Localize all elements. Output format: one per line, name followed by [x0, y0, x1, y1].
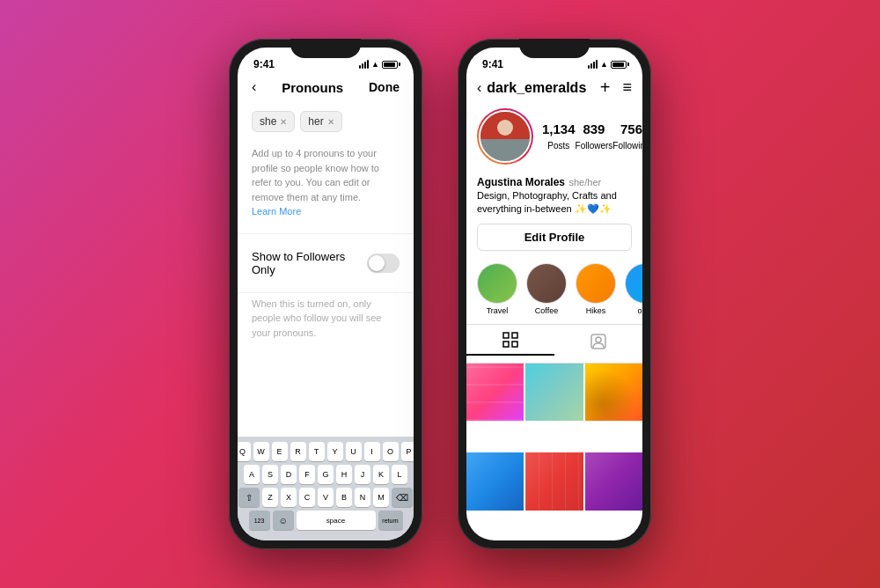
highlight-circle-omv — [625, 263, 642, 304]
stat-followers[interactable]: 839 Followers — [576, 121, 613, 152]
key-y[interactable]: Y — [327, 442, 343, 461]
divider-1 — [238, 233, 414, 234]
tag-label-her: her — [308, 115, 323, 128]
done-button[interactable]: Done — [369, 80, 400, 94]
wifi-icon: ▲ — [371, 60, 379, 69]
key-a[interactable]: A — [244, 465, 260, 484]
avatar-ring — [477, 108, 533, 165]
notch-2 — [519, 39, 590, 58]
key-m[interactable]: M — [373, 488, 389, 507]
grid-icon — [502, 332, 518, 352]
key-space[interactable]: space — [297, 511, 376, 530]
key-emoji[interactable]: ☺ — [273, 511, 294, 530]
notch — [290, 39, 361, 58]
tab-grid[interactable] — [466, 332, 554, 356]
key-n[interactable]: N — [355, 488, 370, 507]
posts-label: Posts — [547, 141, 569, 151]
back-button[interactable]: ‹ — [252, 79, 256, 95]
remove-she-icon[interactable]: ✕ — [280, 117, 287, 127]
story-highlights: Travel Coffee Hikes omv C — [466, 260, 642, 324]
battery-icon — [382, 61, 398, 69]
toggle-label: Show to Followers Only — [252, 250, 367, 276]
key-return[interactable]: return — [378, 511, 403, 530]
key-i[interactable]: I — [364, 442, 380, 461]
ig-add-button[interactable]: + — [600, 77, 611, 98]
following-label: Following — [612, 141, 642, 151]
key-123[interactable]: 123 — [249, 511, 270, 530]
key-r[interactable]: R — [290, 442, 306, 461]
svg-rect-2 — [503, 342, 509, 347]
pronoun-tag-her[interactable]: her ✕ — [300, 111, 341, 132]
grid-cell-4[interactable] — [466, 452, 524, 510]
bio-pronouns: she/her — [568, 177, 601, 187]
pronouns-description: Add up to 4 pronouns to your profile so … — [238, 139, 414, 230]
status-icons-1: ▲ — [359, 60, 398, 69]
grid-cell-1[interactable] — [466, 364, 524, 421]
key-shift[interactable]: ⇧ — [238, 488, 260, 507]
key-k[interactable]: K — [373, 465, 389, 484]
bio-text: Design, Photography, Crafts and everythi… — [477, 189, 632, 217]
edit-profile-button[interactable]: Edit Profile — [477, 224, 632, 251]
ig-profile-row: 1,134 Posts 839 Followers 756 Following — [466, 105, 642, 173]
toggle-description: When this is turned on, only people who … — [238, 297, 414, 351]
grid-cell-6[interactable] — [585, 452, 642, 510]
key-u[interactable]: U — [346, 442, 362, 461]
highlight-travel[interactable]: Travel — [477, 263, 517, 315]
key-o[interactable]: O — [383, 442, 399, 461]
toggle-switch[interactable] — [367, 254, 400, 273]
highlight-coffee[interactable]: Coffee — [526, 263, 567, 315]
posts-count: 1,134 — [542, 121, 576, 136]
avatar[interactable] — [479, 110, 532, 163]
highlight-omv[interactable]: omv — [625, 263, 642, 315]
remove-her-icon[interactable]: ✕ — [327, 117, 334, 127]
key-l[interactable]: L — [392, 465, 407, 484]
keyboard-row-2: A S D F G H J K L — [241, 465, 410, 484]
key-w[interactable]: W — [253, 442, 269, 461]
key-c[interactable]: C — [299, 488, 315, 507]
key-g[interactable]: G — [318, 465, 334, 484]
signal-icon — [359, 60, 369, 69]
profile-bio: Agustina Morales she/her Design, Photogr… — [466, 173, 642, 224]
grid-cell-5[interactable] — [525, 452, 583, 510]
pronoun-tag-she[interactable]: she ✕ — [252, 111, 295, 132]
highlight-label-omv: omv — [625, 306, 642, 315]
grid-cell-3[interactable] — [585, 364, 642, 421]
highlight-hikes[interactable]: Hikes — [576, 263, 616, 315]
learn-more-link[interactable]: Learn More — [252, 206, 301, 217]
key-x[interactable]: X — [281, 488, 297, 507]
key-t[interactable]: T — [309, 442, 325, 461]
svg-rect-3 — [512, 342, 517, 347]
key-p[interactable]: P — [401, 442, 414, 461]
keyboard-row-4: 123 ☺ space return — [241, 511, 410, 530]
key-e[interactable]: E — [272, 442, 288, 461]
key-h[interactable]: H — [336, 465, 352, 484]
svg-point-5 — [596, 337, 601, 342]
stat-posts[interactable]: 1,134 Posts — [542, 121, 576, 152]
keyboard-row-3: ⇧ Z X C V B N M ⌫ — [241, 488, 410, 507]
grid-cell-2[interactable] — [525, 364, 583, 421]
key-b[interactable]: B — [336, 488, 352, 507]
key-z[interactable]: Z — [262, 488, 278, 507]
highlight-label-coffee: Coffee — [526, 306, 567, 315]
pronouns-tags-container: she ✕ her ✕ — [238, 104, 414, 139]
wifi-icon-2: ▲ — [600, 60, 608, 69]
key-j[interactable]: J — [355, 465, 370, 484]
key-d[interactable]: D — [281, 465, 297, 484]
bio-name-row: Agustina Morales she/her — [477, 173, 632, 189]
ig-tab-bar — [466, 324, 642, 364]
show-followers-toggle-row: Show to Followers Only — [238, 238, 414, 289]
ig-menu-button[interactable]: ≡ — [622, 78, 632, 97]
key-v[interactable]: V — [318, 488, 334, 507]
status-time-2: 9:41 — [482, 58, 503, 70]
key-f[interactable]: F — [299, 465, 315, 484]
profile-stats: 1,134 Posts 839 Followers 756 Following — [542, 121, 642, 152]
stat-following[interactable]: 756 Following — [612, 121, 642, 152]
followers-count: 839 — [576, 121, 613, 136]
key-s[interactable]: S — [262, 465, 278, 484]
key-backspace[interactable]: ⌫ — [392, 488, 413, 507]
key-q[interactable]: Q — [238, 442, 251, 461]
tab-tagged[interactable] — [554, 332, 642, 356]
description-text: Add up to 4 pronouns to your profile so … — [252, 148, 379, 202]
ig-back-button[interactable]: ‹ — [477, 80, 481, 96]
following-count: 756 — [612, 121, 642, 136]
